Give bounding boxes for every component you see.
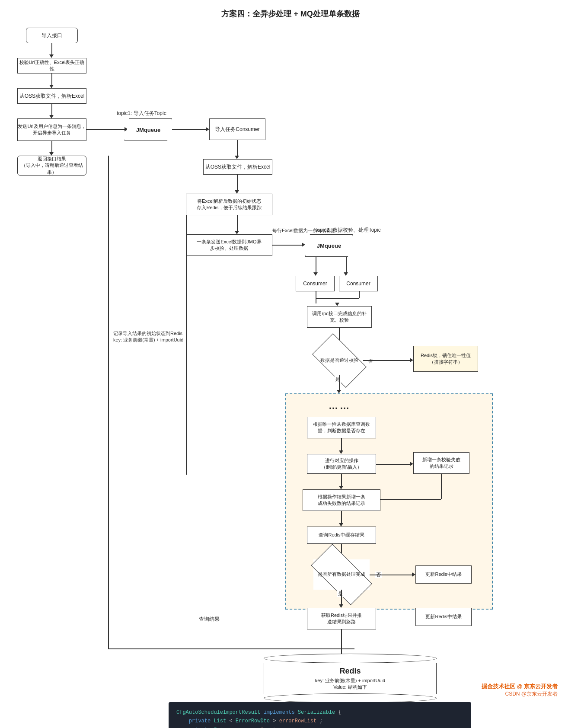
arrow-to-c1 xyxy=(316,257,316,273)
no1-label: 否 xyxy=(367,358,374,364)
arrow-fail-merge xyxy=(380,499,441,500)
arrow-no2 xyxy=(370,575,413,575)
cylinder-bottom xyxy=(264,693,437,703)
topic1-label: topic1: 导入任务Topic xyxy=(117,110,166,117)
redis-lock-box: Redis锁，锁住唯一性值 （拼接字符串） xyxy=(413,346,478,372)
fetch-excel-box: 从OSS获取文件，解析Excel xyxy=(17,88,86,104)
do-op-box: 进行对应的操作 （删除\更新\插入） xyxy=(307,454,376,474)
arrow-c1-rpc xyxy=(316,291,316,303)
arrowhead-no xyxy=(410,358,413,362)
page-title: 方案四：全异步处理 + MQ处理单条数据 xyxy=(13,9,568,19)
update-redis1-box: 更新Redis中结果 xyxy=(415,565,472,584)
init-redis-box: 将Excel解析后数据的初始状态 存入Redis，便于后续结果跟踪 xyxy=(186,194,272,215)
arrowhead8 xyxy=(339,450,343,454)
arrow-to-fail xyxy=(376,464,411,465)
arrow9 xyxy=(341,474,342,487)
code-line-class: CfgAutoScheduleImportResult implements S… xyxy=(176,709,342,715)
arrow-to-jmq2 xyxy=(272,245,303,246)
cylinder-top xyxy=(264,654,437,663)
yes1-label: 是 xyxy=(335,376,341,383)
watermark-line2: CSDN @京东云开发者 xyxy=(482,690,558,698)
arrow1 xyxy=(51,43,52,55)
query-db-box: 根据唯一性从数据库查询数 据，判断数据是否存在 xyxy=(307,417,376,438)
init-redis-line xyxy=(186,215,187,475)
flowchart: 导入接口 校验Url正确性、Excel表头正确性 从OSS获取文件，解析Exce… xyxy=(13,28,566,711)
cylinder-body: Redis key: 业务前缀(常量) + importUuid Value: … xyxy=(264,663,437,694)
arrow-diamond-no xyxy=(363,360,411,361)
arrowhead-rpc xyxy=(335,303,339,306)
ellipsis-box: …… xyxy=(329,400,351,412)
arrowhead12 xyxy=(339,604,343,608)
arrow7 xyxy=(237,215,238,232)
validate-box: 校验Url正确性、Excel表头正确性 xyxy=(17,58,86,73)
add-fail-box: 新增一条校验失败 的结果记录 xyxy=(413,452,469,474)
consumer1-box: Consumer xyxy=(296,276,335,291)
arrow4 xyxy=(51,141,52,153)
arrowhead5 xyxy=(235,156,239,159)
arrowhead3 xyxy=(49,115,54,118)
query-redis-box: 查询Redis中缓存结果 xyxy=(307,527,376,544)
jmqueue1: JMqueue xyxy=(124,118,172,141)
arrow-c2-merge xyxy=(359,291,360,298)
consumer2-box: Consumer xyxy=(339,276,378,291)
validate-diamond: 数据是否通过校验 xyxy=(316,346,363,375)
arrow-to-redis xyxy=(341,629,342,654)
arrowhead-c1 xyxy=(313,272,318,276)
arrow3 xyxy=(51,104,52,116)
update-redis2-box: 更新Redis中结果 xyxy=(415,608,472,626)
rpc-box: 调用rpc接口完成信息的补 充、校验 xyxy=(307,306,372,328)
arrow12 xyxy=(341,590,342,605)
arrowhead7 xyxy=(235,231,239,234)
update-result-box: 根据操作结果新增一条 成功失败数的结果记录 xyxy=(303,489,380,511)
arrowhead-yes xyxy=(337,390,341,393)
arrow-diamond-yes xyxy=(339,375,340,391)
all-done-diamond: 是否所有数据处理完成 xyxy=(313,559,370,590)
arrow-merge xyxy=(316,298,359,299)
arrowhead-to-jmq2 xyxy=(302,243,305,247)
import-api-box: 导入接口 xyxy=(26,28,78,43)
yes2-label: 是 xyxy=(337,591,344,597)
fetch-excel2-box: 从OSS获取文件，解析Excel xyxy=(203,159,272,175)
arrow-fail-down xyxy=(441,474,442,499)
arrowhead9 xyxy=(339,486,343,489)
redis-cylinder: Redis key: 业务前缀(常量) + importUuid Value: … xyxy=(264,654,437,703)
arrowhead2 xyxy=(49,85,54,88)
arrowhead-jmq1 xyxy=(206,127,209,131)
get-redis-box: 获取Redis结果并推 送结果到路路 xyxy=(307,608,376,629)
watermark: 掘金技术社区 @ 京东云开发者 CSDN @京东云开发者 xyxy=(482,683,558,698)
arrow-jmq1-right xyxy=(172,129,207,130)
code-line-1: private List < ErrorRowDto > errorRowLis… xyxy=(176,718,323,724)
arrow10 xyxy=(341,511,342,524)
send-mq-box: 一条条发送Excel数据到JMQ异 步校验、处理数据 xyxy=(186,234,272,256)
import-consumer-box: 导入任务Consumer xyxy=(209,118,265,140)
left-long-line xyxy=(108,156,109,648)
return-result-box: 返回接口结果 （导入中，请稍后通过查看结果） xyxy=(17,156,86,176)
arrow6 xyxy=(237,175,238,191)
arrowhead-no2 xyxy=(412,572,415,577)
send-msg-box: 发送Url及用户信息为一条消息， 开启异步导入任务 xyxy=(17,118,86,141)
arrowhead4 xyxy=(49,152,54,156)
code-block: CfgAutoScheduleImportResult implements S… xyxy=(169,702,471,728)
arrowhead10 xyxy=(339,523,343,527)
watermark-line1: 掘金技术社区 @ 京东云开发者 xyxy=(482,683,558,690)
arrow8 xyxy=(341,438,342,451)
bottom-h-line xyxy=(108,648,354,649)
arrowhead-c2 xyxy=(344,272,348,276)
topic2-label: topic2: 数据校验、处理Topic xyxy=(316,227,381,234)
arrow-to-c2 xyxy=(346,257,347,273)
arrow5 xyxy=(237,140,238,156)
arrowhead6 xyxy=(235,190,239,194)
arrow-to-jmq xyxy=(86,129,125,130)
arrow2 xyxy=(51,73,52,86)
arrowhead-fail xyxy=(410,462,413,466)
query-result-label: 查询结果 xyxy=(198,616,220,623)
record-init-label: 记录导入结果的初始状态到Redis key: 业务前缀(常量) + import… xyxy=(112,330,184,343)
page: 方案四：全异步处理 + MQ处理单条数据 导入接口 校验Url正确性、Excel… xyxy=(0,0,581,728)
jmqueue2: JMqueue xyxy=(305,234,353,257)
arrowhead1 xyxy=(49,54,54,58)
